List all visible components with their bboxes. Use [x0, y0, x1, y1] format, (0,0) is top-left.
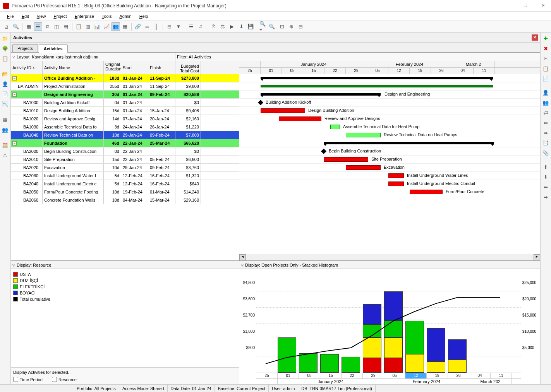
resource-checkbox[interactable]: Resource	[52, 377, 77, 382]
grid-body[interactable]: −Office Building Addition -183d01-Jan-24…	[11, 74, 239, 260]
zoom-custom-icon[interactable]: ⊕	[287, 22, 295, 31]
chart-icon[interactable]: 📊	[93, 22, 101, 31]
rb-assign-role-icon[interactable]: 👥	[541, 98, 550, 107]
collapse-icon[interactable]: ⊟	[296, 22, 305, 31]
layout-gantt-icon[interactable]: ☰	[34, 22, 42, 31]
table-row[interactable]: BA1030Assemble Technical Data fo3d24-Jan…	[11, 123, 239, 131]
zoom-in-icon[interactable]: 🔍+	[259, 22, 268, 31]
rb-delete-icon[interactable]: ✖	[541, 44, 550, 53]
bars-icon[interactable]: ═	[143, 22, 151, 31]
layout-trace-icon[interactable]: ⧉	[43, 22, 51, 31]
menu-file[interactable]: File	[4, 13, 17, 19]
table-row[interactable]: BA2050Form/Pour Concrete Footing10d19-Fe…	[11, 188, 239, 196]
legend-item[interactable]: USTA	[13, 271, 237, 277]
col-activity-name[interactable]: Activity Name	[43, 61, 104, 74]
rb-docs-icon[interactable]: 📎	[541, 149, 550, 157]
col-activity-id[interactable]: Activity ID▲	[11, 61, 43, 74]
tab-activities[interactable]: Activities	[39, 45, 68, 53]
rb-down-icon[interactable]: ⬇	[541, 173, 550, 181]
table-row[interactable]: BA2060Concrete Foundation Walls10d04-Mar…	[11, 196, 239, 204]
copy-icon[interactable]: 📋	[74, 22, 83, 31]
resource-display-dropdown[interactable]: ▽Display: Resource	[11, 261, 239, 269]
table-row[interactable]: −Design and Engineering30d01-Jan-2409-Fe…	[11, 91, 239, 99]
relationships-icon[interactable]: 🔗	[134, 22, 142, 31]
rb-steps-icon[interactable]: 📑	[541, 139, 550, 147]
gantt-chart[interactable]: January 2024February 2024March 2 2501081…	[239, 53, 540, 260]
table-row[interactable]: BA2040Install Underground Electric5d12-F…	[11, 180, 239, 188]
table-row[interactable]: BA2000Begin Building Construction0d22-Ja…	[11, 147, 239, 156]
view1-icon[interactable]: ▥	[84, 22, 92, 31]
zoom-fit-icon[interactable]: ⊡	[278, 22, 286, 31]
table-row[interactable]: BA2010Site Preparation15d22-Jan-2405-Feb…	[11, 156, 239, 164]
timescale-icon[interactable]: ⊟	[165, 22, 173, 31]
histogram-chart[interactable]: $4,500$3,600$2,700$1,800$900 $25,000$20,…	[239, 269, 540, 384]
menu-enterprise[interactable]: Enterprise	[72, 13, 97, 19]
sb-wbs-icon[interactable]: 🌳	[1, 44, 9, 53]
sb-tracking-icon[interactable]: 📉	[1, 100, 9, 108]
rb-successors-icon[interactable]: ➡	[541, 128, 550, 137]
layout-grid-icon[interactable]: ▦	[24, 22, 33, 31]
table-row[interactable]: BA2030Install Underground Water L5d12-Fe…	[11, 172, 239, 180]
print-icon[interactable]: 🖨	[2, 22, 11, 31]
spotlight-icon[interactable]: ⬇	[237, 22, 245, 31]
rb-predecessors-icon[interactable]: ⬅	[541, 118, 550, 127]
table-row[interactable]: BA-ADMINProject Administration255d01-Jan…	[11, 82, 239, 91]
rb-add-icon[interactable]: ✚	[541, 34, 550, 43]
col-start[interactable]: Start	[121, 61, 148, 74]
progress-icon[interactable]: ▶	[228, 22, 236, 31]
zoom-out-icon[interactable]: 🔍-	[268, 22, 277, 31]
store-icon[interactable]: 💾	[246, 22, 255, 31]
filter-icon[interactable]: ▼	[174, 22, 183, 31]
rb-assign-resource-icon[interactable]: 👤	[541, 88, 550, 97]
table-row[interactable]: −Office Building Addition -183d01-Jan-24…	[11, 74, 239, 82]
rb-paste-icon[interactable]: 📄	[541, 74, 550, 83]
expand-icon[interactable]: −	[12, 92, 17, 97]
sb-projects-icon[interactable]: 📁	[1, 34, 9, 43]
legend-item[interactable]: ELEKTRİKÇİ	[13, 284, 237, 290]
panel-close-icon[interactable]: ✕	[532, 34, 538, 41]
layout-dropdown[interactable]: ▽Layout: Kaynakların karşılaştırmalı dağ…	[11, 53, 175, 61]
sb-dashboard-icon[interactable]: ▦	[1, 115, 9, 124]
sb-calc-icon[interactable]: 🧮	[1, 141, 9, 149]
spreadsheet-icon[interactable]: ▦	[121, 22, 129, 31]
time-period-checkbox[interactable]: Time Period	[13, 377, 43, 382]
minimize-button[interactable]: —	[502, 2, 513, 10]
profile-icon[interactable]: 📈	[102, 22, 111, 31]
layout-network-icon[interactable]: ◫	[52, 22, 61, 31]
resource-usage-icon[interactable]: 👥	[112, 22, 120, 31]
rb-cut-icon[interactable]: ✂	[541, 54, 550, 63]
sb-folder-icon[interactable]: 📂	[1, 70, 9, 78]
table-row[interactable]: BA1040Review Technical Data on10d29-Jan-…	[11, 131, 239, 139]
table-row[interactable]: BA1010Design Building Addition15d01-Jan-…	[11, 107, 239, 115]
gantt-hscroll[interactable]: ◄ ►	[239, 254, 540, 260]
rb-copy-icon[interactable]: 📋	[541, 64, 550, 73]
columns-icon[interactable]: ║	[152, 22, 161, 31]
menu-tools[interactable]: Tools	[99, 13, 115, 19]
sb-reports-icon[interactable]: 📄	[1, 90, 9, 98]
menu-project[interactable]: Project	[50, 13, 70, 19]
rb-up-icon[interactable]: ⬆	[541, 163, 550, 171]
hash-icon[interactable]: #	[196, 22, 205, 31]
level-icon[interactable]: ⚖	[218, 22, 227, 31]
scroll-left-icon[interactable]: ◄	[239, 254, 246, 261]
legend-item[interactable]: Total cumulative	[13, 296, 237, 302]
sb-resources-icon[interactable]: 👤	[1, 80, 9, 88]
schedule-icon[interactable]: ⏱	[209, 22, 218, 31]
rb-codes-icon[interactable]: 🏷	[541, 108, 550, 117]
legend-item[interactable]: DÜZ İŞÇİ	[13, 277, 237, 284]
rb-left-icon[interactable]: ⬅	[541, 183, 550, 191]
print-preview-icon[interactable]: 🔍	[12, 22, 20, 31]
menu-edit[interactable]: Edit	[19, 13, 32, 19]
rb-right-icon[interactable]: ➡	[541, 193, 550, 201]
menu-admin[interactable]: Admin	[116, 13, 134, 19]
col-finish[interactable]: Finish	[148, 61, 175, 74]
menu-help[interactable]: Help	[136, 13, 151, 19]
sb-issues-icon[interactable]: ⚠	[1, 151, 9, 159]
layout-resource-icon[interactable]: ▤	[62, 22, 70, 31]
group-icon[interactable]: ☰	[187, 22, 196, 31]
sb-activities-icon[interactable]: 📋	[1, 54, 9, 63]
table-row[interactable]: BA1020Review and Approve Desig14d07-Jan-…	[11, 115, 239, 123]
expand-icon[interactable]: −	[12, 141, 17, 146]
col-duration[interactable]: OriginalDuration	[104, 61, 121, 74]
table-row[interactable]: BA1000Building Addition Kickoff0d01-Jan-…	[11, 99, 239, 107]
